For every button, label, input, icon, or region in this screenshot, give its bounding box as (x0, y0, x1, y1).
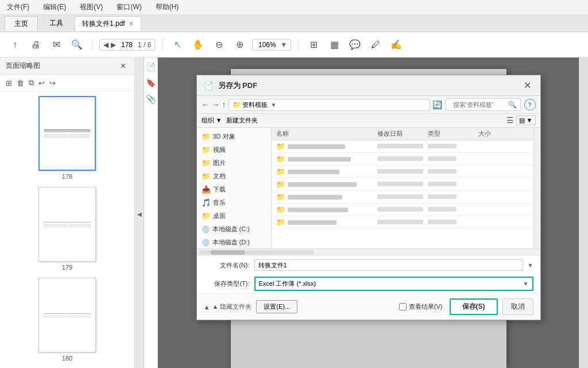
tree-label-d: 本地磁盘 (D:) (212, 238, 250, 247)
sep2 (162, 39, 163, 51)
save-dialog: 📄 另存为 PDF ✕ ← → ↑ 📁 资料模板 ▼ (196, 75, 541, 320)
sidebar-delete-icon[interactable]: 🗑 (16, 78, 25, 89)
folder-icon-downloads: 📥 (202, 185, 211, 194)
tree-label-c: 本地磁盘 (C:) (212, 225, 250, 233)
bookmark-icon[interactable]: 🔖 (146, 78, 156, 87)
help-btn[interactable]: ? (524, 99, 536, 110)
fit-btn[interactable]: ⊞ (305, 37, 322, 53)
filename-dropdown-arrow[interactable]: ▼ (528, 262, 533, 269)
pages-icon[interactable]: 📄 (146, 62, 156, 71)
menu-view[interactable]: 视图(V) (78, 1, 105, 13)
path-nav-up[interactable]: ↑ (222, 100, 226, 109)
hide-folder-btn[interactable]: ▲ ▲ 隐藏文件夹 (204, 302, 252, 311)
sidebar-undo-icon[interactable]: ↩ (37, 78, 46, 89)
search-input[interactable] (450, 100, 507, 109)
prev-page-btn[interactable]: ◀ (103, 41, 109, 49)
dialog-hscroll[interactable] (197, 248, 540, 255)
sidebar-pages-icon[interactable]: ⊞ (5, 78, 13, 89)
tree-item-downloads[interactable]: 📥 下载 (197, 183, 271, 196)
view-btn[interactable]: ▦ (326, 37, 342, 53)
menu-file[interactable]: 文件(F) (5, 1, 32, 13)
thumbnail-180[interactable]: 180 (5, 278, 130, 362)
search-btn[interactable]: 🔍 (69, 37, 85, 53)
path-bar: 📁 资料模板 ▼ (229, 99, 430, 111)
tab-close-icon[interactable]: ✕ (129, 20, 134, 28)
tab-home[interactable]: 主页 (5, 16, 38, 31)
print-btn[interactable]: 🖨 (28, 37, 44, 53)
sidebar-extract-icon[interactable]: ⧉ (28, 77, 35, 89)
zoom-in-btn[interactable]: ⊕ (231, 37, 247, 53)
filetype-select[interactable]: Excel 工作薄 (*.xlsx) ▼ (254, 277, 533, 291)
tree-label-music: 音乐 (213, 198, 226, 207)
zoom-dropdown-icon[interactable]: ▼ (280, 41, 287, 49)
organize-btn[interactable]: 组织 ▼ (202, 116, 222, 125)
thumb-img-179 (38, 187, 96, 262)
file-row-1[interactable]: 📁 (272, 140, 533, 153)
menu-window[interactable]: 窗口(W) (114, 1, 144, 13)
settings-btn[interactable]: 设置(E)... (256, 300, 297, 313)
refresh-btn[interactable]: 🔄 (432, 100, 442, 109)
view-options: ☰ ▤ ▼ (506, 116, 536, 125)
zoom-out-btn[interactable]: ⊖ (211, 37, 227, 53)
save-btn[interactable]: 保存(S) (450, 298, 498, 315)
new-folder-btn[interactable]: 新建文件夹 (226, 116, 258, 125)
search-icon: 🔍 (508, 101, 517, 109)
view-result-checkbox[interactable] (399, 303, 407, 310)
path-segment[interactable]: 资料模板 (242, 101, 268, 109)
file-row-7[interactable]: 📁 (272, 216, 533, 229)
email-btn[interactable]: ✉ (48, 37, 64, 53)
tree-item-d[interactable]: 💿 本地磁盘 (D:) (197, 236, 271, 248)
sign-btn[interactable]: ✍ (388, 37, 404, 53)
tab-tools[interactable]: 工具 (40, 16, 72, 30)
row7-icon: 📁 (276, 218, 285, 227)
file-row-3[interactable]: 📁 (272, 166, 533, 178)
tree-item-video[interactable]: 📁 视频 (197, 143, 271, 156)
cancel-btn[interactable]: 取消 (502, 298, 533, 315)
check-view-result[interactable]: 查看结果(V) (399, 302, 443, 311)
sidebar-redo-icon[interactable]: ↪ (48, 78, 57, 89)
tree-item-music[interactable]: 🎵 音乐 (197, 196, 271, 209)
tree-item-desktop[interactable]: 📁 桌面 (197, 209, 271, 223)
file-row-5[interactable]: 📁 (272, 191, 533, 204)
view-details-btn[interactable]: ▤ ▼ (516, 116, 536, 125)
thumbnail-178[interactable]: 178 (5, 96, 130, 180)
page-thumbnails[interactable]: 178 179 (0, 91, 134, 368)
dialog-scrollbar[interactable] (533, 128, 540, 248)
path-nav-back[interactable]: ← (202, 100, 210, 109)
tree-item-c[interactable]: 💿 本地磁盘 (C:) (197, 223, 271, 236)
comment-btn[interactable]: 💬 (347, 37, 363, 53)
file-row-6[interactable]: 📁 (272, 204, 533, 216)
file-list-header: 名称 修改日期 类型 大小 (272, 128, 533, 140)
upload-btn[interactable]: ↑ (7, 37, 23, 53)
dialog-close-btn[interactable]: ✕ (522, 80, 533, 91)
menu-help[interactable]: 帮助(H) (153, 1, 181, 13)
path-dropdown-btn[interactable]: ▼ (271, 102, 277, 108)
file-row-2[interactable]: 📁 (272, 153, 533, 166)
page-input[interactable] (118, 41, 136, 49)
view-list-btn[interactable]: ☰ (506, 116, 514, 125)
dialog-title: 📄 另存为 PDF (204, 80, 258, 91)
thumbnail-179[interactable]: 179 (5, 187, 130, 271)
next-page-btn[interactable]: ▶ (111, 41, 116, 49)
zoom-input[interactable] (256, 41, 278, 49)
path-nav-forward[interactable]: → (212, 100, 220, 109)
file-panel: 名称 修改日期 类型 大小 📁 📁 (272, 128, 533, 248)
dialog-sub-toolbar: 组织 ▼ 新建文件夹 ☰ ▤ ▼ (197, 114, 540, 128)
right-scrollbar[interactable] (579, 57, 588, 368)
attachment-icon[interactable]: 📎 (146, 94, 156, 103)
file-row-4[interactable]: 📁 (272, 178, 533, 191)
sidebar-close-btn[interactable]: ✕ (117, 62, 129, 70)
tree-item-docs[interactable]: 📁 文档 (197, 170, 271, 183)
main-layout: 页面缩略图 ✕ ⊞ 🗑 ⧉ ↩ ↪ (0, 57, 588, 368)
menu-edit[interactable]: 编辑(E) (41, 1, 68, 13)
tree-item-3d[interactable]: 📁 3D 对象 (197, 130, 271, 143)
tree-item-images[interactable]: 📁 图片 (197, 156, 271, 170)
filename-input[interactable] (254, 259, 523, 271)
highlight-btn[interactable]: 🖊 (368, 37, 384, 53)
sidebar-collapse-btn[interactable]: ◀ (135, 57, 144, 368)
row2-icon: 📁 (276, 155, 285, 163)
dialog-titlebar: 📄 另存为 PDF ✕ (197, 75, 540, 96)
cursor-tool-btn[interactable]: ↖ (169, 37, 185, 53)
tab-file[interactable]: 转换文件1.pdf ✕ (75, 16, 141, 31)
hand-tool-btn[interactable]: ✋ (190, 37, 206, 53)
